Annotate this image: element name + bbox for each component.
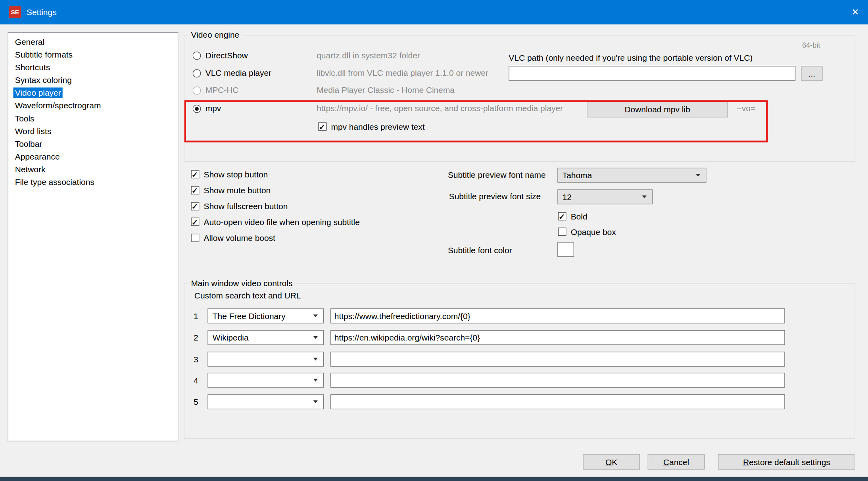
font-color-swatch[interactable] bbox=[557, 242, 574, 257]
sidebar-item-label: File type associations bbox=[13, 177, 96, 187]
sidebar-item-label: General bbox=[13, 37, 46, 47]
search-name-select-5[interactable] bbox=[207, 394, 324, 410]
checkbox-opaque-box[interactable] bbox=[558, 228, 567, 236]
sidebar-item-network[interactable]: Network bbox=[8, 163, 178, 175]
settings-window: SE Settings ✕ General Subtitle formats S… bbox=[0, 0, 868, 481]
window-title: Settings bbox=[27, 0, 57, 24]
bold-row: Bold bbox=[558, 211, 669, 222]
font-size-label: Subtitle preview font size bbox=[449, 191, 541, 202]
search-name-select-2[interactable]: Wikipedia bbox=[207, 330, 324, 345]
sidebar-item-appearance[interactable]: Appearance bbox=[8, 150, 178, 163]
search-name-select-3[interactable] bbox=[207, 352, 324, 367]
radio-directshow[interactable] bbox=[193, 52, 201, 60]
font-size-select[interactable]: 12 bbox=[557, 189, 653, 204]
checkbox-mpv-handles-preview-text[interactable] bbox=[318, 122, 326, 131]
search-name-value: Wikipedia bbox=[213, 333, 249, 342]
checkbox-show-stop-button[interactable] bbox=[191, 170, 199, 178]
search-url-input-3[interactable] bbox=[330, 352, 785, 367]
sidebar-item-label: Appearance bbox=[13, 151, 61, 162]
opaque-box-row: Opaque box bbox=[558, 227, 669, 238]
engine-description: quartz.dll in system32 folder bbox=[317, 50, 420, 61]
search-row-number: 4 bbox=[188, 373, 198, 388]
mpv-preview-row: mpv handles preview text bbox=[318, 121, 540, 133]
search-url-input-4[interactable] bbox=[330, 373, 785, 388]
font-size-value: 12 bbox=[563, 192, 572, 202]
sidebar-item-word-lists[interactable]: Word lists bbox=[8, 125, 178, 137]
sidebar-item-label: Toolbar bbox=[13, 139, 44, 149]
checkbox-show-fullscreen-button[interactable] bbox=[191, 202, 199, 210]
radio-vlc-media-player[interactable] bbox=[193, 69, 201, 77]
option-row: Show stop button bbox=[191, 169, 412, 180]
restore-defaults-button[interactable]: Restore default settings bbox=[718, 454, 855, 469]
engine-description: libvlc.dll from VLC media player 1.1.0 o… bbox=[317, 67, 488, 79]
search-row-number: 3 bbox=[188, 352, 198, 367]
vo-label: --vo= bbox=[736, 103, 755, 114]
engine-label: MPC-HC bbox=[205, 85, 239, 96]
engine-label: VLC media player bbox=[205, 67, 271, 79]
sidebar-item-syntax-coloring[interactable]: Syntax coloring bbox=[8, 74, 178, 87]
custom-search-label: Custom search text and URL bbox=[194, 290, 301, 301]
sidebar-item-tools[interactable]: Tools bbox=[8, 112, 178, 125]
sidebar-item-label: Shortcuts bbox=[13, 62, 52, 73]
sidebar-item-file-type-associations[interactable]: File type associations bbox=[8, 175, 178, 188]
sidebar-item-waveform-spectrogram[interactable]: Waveform/spectrogram bbox=[8, 99, 178, 112]
checkbox-label: Show mute button bbox=[204, 185, 271, 196]
titlebar: SE Settings ✕ bbox=[0, 0, 868, 24]
checkbox-label: Opaque box bbox=[571, 227, 616, 238]
engine-row-mpc-hc: MPC-HC Media Player Classic - Home Cinem… bbox=[193, 85, 852, 96]
checkbox-label: Bold bbox=[571, 211, 588, 222]
checkbox-label: Show fullscreen button bbox=[204, 201, 288, 212]
sidebar-item-general[interactable]: General bbox=[8, 35, 178, 48]
sidebar-item-toolbar[interactable]: Toolbar bbox=[8, 137, 178, 150]
main-controls-group-label: Main window video controls bbox=[188, 279, 295, 288]
sidebar-item-shortcuts[interactable]: Shortcuts bbox=[8, 61, 178, 73]
checkbox-label: Allow volume boost bbox=[204, 233, 275, 244]
sidebar-item-label: Network bbox=[13, 164, 47, 175]
checkbox-label: mpv handles preview text bbox=[331, 121, 424, 133]
app-logo-icon: SE bbox=[9, 6, 21, 18]
search-url-input-5[interactable] bbox=[330, 394, 785, 410]
search-url-input-2[interactable] bbox=[330, 330, 785, 345]
sidebar-item-subtitle-formats[interactable]: Subtitle formats bbox=[8, 48, 178, 61]
checkbox-auto-open-video-file[interactable] bbox=[191, 217, 199, 226]
search-row-number: 5 bbox=[188, 394, 198, 410]
engine-description: https://mpv.io/ - free, open source, and… bbox=[317, 103, 563, 114]
search-row-number: 1 bbox=[188, 308, 198, 323]
search-row-number: 2 bbox=[188, 330, 198, 345]
option-row: Allow volume boost bbox=[191, 233, 412, 244]
font-name-value: Tahoma bbox=[563, 171, 592, 180]
checkbox-label: Auto-open video file when opening subtit… bbox=[204, 217, 360, 228]
sidebar-item-label: Syntax coloring bbox=[13, 75, 73, 85]
checkbox-allow-volume-boost[interactable] bbox=[191, 234, 199, 242]
option-row: Show mute button bbox=[191, 185, 412, 196]
window-bottom-edge bbox=[0, 477, 868, 481]
search-name-value: The Free Dictionary bbox=[213, 311, 286, 321]
option-row: Show fullscreen button bbox=[191, 201, 412, 212]
ok-button[interactable]: OK bbox=[583, 454, 640, 469]
search-name-select-1[interactable]: The Free Dictionary bbox=[207, 308, 324, 323]
app-logo-text: SE bbox=[11, 9, 19, 15]
checkbox-show-mute-button[interactable] bbox=[191, 186, 199, 194]
radio-mpv[interactable] bbox=[193, 105, 201, 113]
search-name-select-4[interactable] bbox=[207, 373, 324, 388]
engine-label: mpv bbox=[205, 103, 221, 114]
engine-description: Media Player Classic - Home Cinema bbox=[317, 85, 455, 96]
sidebar-item-label: Video player bbox=[13, 87, 62, 98]
search-url-input-1[interactable] bbox=[330, 308, 785, 323]
checkbox-label: Show stop button bbox=[204, 169, 268, 180]
font-color-label: Subtitle font color bbox=[448, 245, 512, 256]
cancel-button[interactable]: Cancel bbox=[648, 454, 705, 469]
download-mpv-lib-button[interactable]: Download mpv lib bbox=[587, 101, 728, 117]
sidebar-item-label: Waveform/spectrogram bbox=[13, 100, 102, 111]
close-icon[interactable]: ✕ bbox=[843, 0, 868, 24]
engine-label: DirectShow bbox=[205, 50, 248, 61]
engine-row-vlc: VLC media player libvlc.dll from VLC med… bbox=[193, 67, 852, 79]
sidebar: General Subtitle formats Shortcuts Synta… bbox=[8, 32, 179, 441]
checkbox-bold[interactable] bbox=[558, 212, 567, 220]
font-name-label: Subtitle preview font name bbox=[448, 169, 546, 181]
font-name-select[interactable]: Tahoma bbox=[557, 168, 706, 183]
sidebar-item-video-player[interactable]: Video player bbox=[8, 87, 178, 99]
engine-row-directshow: DirectShow quartz.dll in system32 folder bbox=[193, 50, 852, 61]
option-row: Auto-open video file when opening subtit… bbox=[191, 217, 468, 228]
radio-mpc-hc bbox=[193, 87, 201, 95]
